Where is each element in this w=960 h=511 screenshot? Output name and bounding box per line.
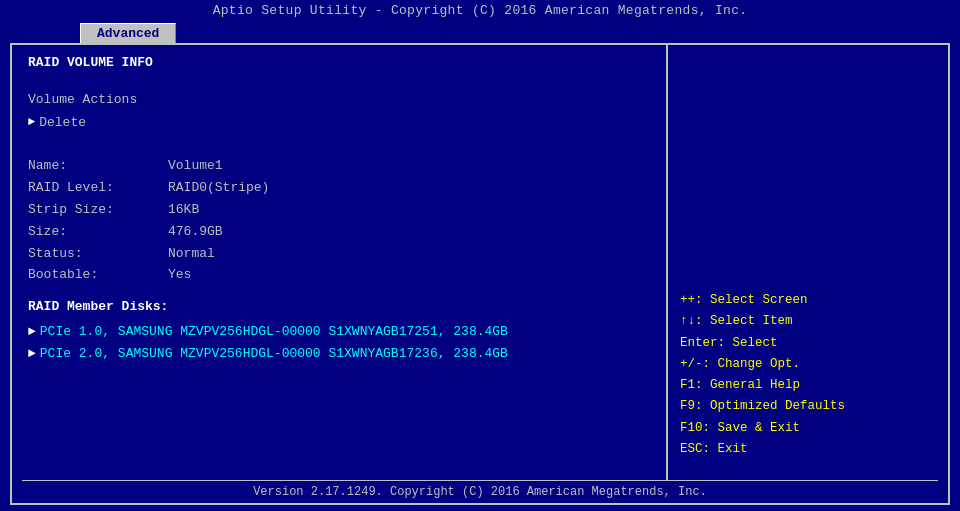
member-disks-label: RAID Member Disks: [28, 297, 650, 318]
tab-row: Advanced [0, 21, 960, 43]
help-item-1: ↑↓: Select Item [680, 311, 936, 332]
version-bar: Version 2.17.1249. Copyright (C) 2016 Am… [22, 480, 938, 503]
disk-item-0[interactable]: ► PCIe 1.0, SAMSUNG MZVPV256HDGL-00000 S… [28, 322, 650, 343]
disk-arrow-1: ► [28, 344, 36, 365]
info-bootable: Bootable: Yes [28, 265, 650, 286]
section-title: RAID VOLUME INFO [28, 53, 650, 74]
delete-item[interactable]: ► Delete [28, 113, 650, 134]
help-item-5: F9: Optimized Defaults [680, 396, 936, 417]
bios-screen: Aptio Setup Utility - Copyright (C) 2016… [0, 0, 960, 511]
advanced-tab[interactable]: Advanced [80, 23, 176, 43]
left-panel: RAID VOLUME INFO Volume Actions ► Delete… [12, 45, 668, 480]
volume-actions-item: Volume Actions [28, 90, 650, 111]
disk-item-1[interactable]: ► PCIe 2.0, SAMSUNG MZVPV256HDGL-00000 S… [28, 344, 650, 365]
info-raid-level: RAID Level: RAID0(Stripe) [28, 178, 650, 199]
info-strip-size: Strip Size: 16KB [28, 200, 650, 221]
title-text: Aptio Setup Utility - Copyright (C) 2016… [213, 3, 748, 18]
title-bar: Aptio Setup Utility - Copyright (C) 2016… [0, 0, 960, 21]
help-item-2: Enter: Select [680, 333, 936, 354]
help-item-3: +/-: Change Opt. [680, 354, 936, 375]
help-item-7: ESC: Exit [680, 439, 936, 460]
main-area: RAID VOLUME INFO Volume Actions ► Delete… [10, 43, 950, 505]
info-size: Size: 476.9GB [28, 222, 650, 243]
info-status: Status: Normal [28, 244, 650, 265]
delete-arrow: ► [28, 113, 35, 132]
info-name: Name: Volume1 [28, 156, 650, 177]
right-panel: ++: Select Screen ↑↓: Select Item Enter:… [668, 45, 948, 480]
help-item-0: ++: Select Screen [680, 290, 936, 311]
help-item-4: F1: General Help [680, 375, 936, 396]
content-row: RAID VOLUME INFO Volume Actions ► Delete… [12, 45, 948, 480]
help-item-6: F10: Save & Exit [680, 418, 936, 439]
disk-arrow-0: ► [28, 322, 36, 343]
